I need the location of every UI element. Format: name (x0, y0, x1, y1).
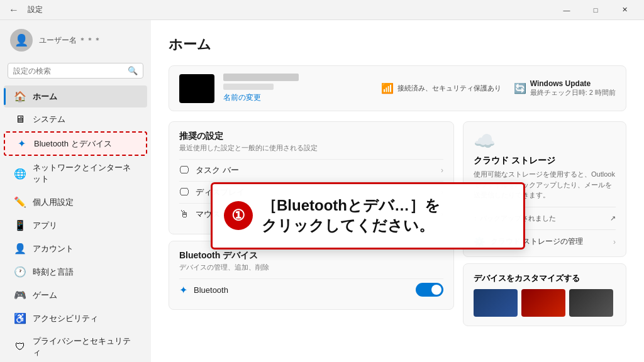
update-refresh-icon: 🔄 (514, 82, 526, 94)
update-label: Windows Update (530, 79, 616, 88)
sidebar-item-home-label: ホーム (33, 91, 57, 102)
titlebar-title: 設定 (28, 4, 43, 15)
sidebar-item-network-label: ネットワークとインターネット (33, 162, 137, 185)
taskbar-chevron: › (441, 166, 443, 175)
privacy-icon: 🛡 (14, 341, 26, 353)
profile-thumbnail (179, 74, 214, 103)
close-button[interactable]: ✕ (610, 0, 639, 20)
sidebar-item-accessibility-label: アクセシビリティ (33, 313, 98, 324)
sidebar-item-network[interactable]: 🌐 ネットワークとインターネット (4, 157, 147, 190)
time-icon: 🕐 (14, 266, 26, 278)
profile-info: 名前の変更 (223, 74, 299, 103)
page-title: ホーム (169, 35, 626, 54)
customize-thumbs (474, 289, 616, 317)
wifi-status-text: 接続済み、セキュリティ保護あり (397, 84, 501, 93)
sidebar-item-personalize[interactable]: ✏️ 個人用設定 (4, 191, 147, 213)
accessibility-icon: ♿ (14, 312, 26, 324)
sidebar-item-apps[interactable]: 📱 アプリ (4, 214, 147, 236)
titlebar: ← 設定 — □ ✕ (0, 0, 644, 20)
bluetooth-toggle-label: Bluetooth (194, 285, 228, 295)
sidebar-item-time[interactable]: 🕐 時刻と言語 (4, 261, 147, 283)
bluetooth-devices-card: Bluetooth デバイス デバイスの管理、追加、削除 ✦ Bluetooth (169, 241, 454, 310)
sidebar-item-personalize-label: 個人用設定 (33, 197, 74, 208)
maximize-button[interactable]: □ (581, 0, 610, 20)
toggle-knob (431, 285, 441, 295)
customize-thumb-1[interactable] (474, 289, 518, 317)
recommended-title: 推奨の設定 (179, 131, 443, 142)
customize-thumb-3[interactable] (569, 289, 613, 317)
sidebar: 👤 ユーザー名 ＊＊＊ 🔍 🏠 ホーム 🖥 システム ✦ Bluetooth と… (0, 20, 151, 362)
profile-right: 📶 接続済み、セキュリティ保護あり 🔄 Windows Update 最終チェッ… (381, 79, 616, 97)
cloud-icon: ☁️ (474, 131, 616, 151)
recommended-sub: 最近使用した設定と一般的に使用される設定 (179, 143, 443, 153)
annotation-text: ［Bluetoothとデバ…］をクリックしてください。 (262, 195, 440, 236)
gaming-icon: 🎮 (14, 289, 26, 301)
sidebar-item-privacy[interactable]: 🛡 プライバシーとセキュリティ (4, 331, 147, 362)
back-button[interactable]: ← (5, 4, 23, 16)
minimize-button[interactable]: — (552, 0, 581, 20)
sidebar-item-bluetooth[interactable]: ✦ Bluetooth とデバイス (4, 131, 147, 156)
sidebar-item-gaming-label: ゲーム (33, 290, 57, 301)
network-icon: 🌐 (14, 168, 26, 180)
bluetooth-icon: ✦ (15, 138, 28, 150)
cloud-manage-chevron: › (613, 238, 616, 246)
customize-title: デバイスをカスタマイズする (474, 273, 616, 284)
wifi-status: 📶 接続済み、セキュリティ保護あり (381, 82, 501, 94)
display-icon: 🖵 (179, 187, 189, 198)
system-icon: 🖥 (14, 114, 26, 125)
annotation-circle: ① (224, 201, 253, 230)
cloud-title: クラウド ストレージ (474, 155, 616, 167)
bluetooth-toggle-left: ✦ Bluetooth (179, 284, 228, 296)
sidebar-item-apps-label: アプリ (33, 220, 57, 231)
sidebar-item-accounts[interactable]: 👤 アカウント (4, 238, 147, 260)
avatar: 👤 (10, 29, 33, 52)
sidebar-item-bluetooth-label: Bluetooth とデバイス (34, 138, 112, 150)
user-name: ユーザー名 ＊＊＊ (39, 35, 127, 46)
apps-icon: 📱 (14, 219, 26, 231)
home-icon: 🏠 (14, 90, 26, 102)
titlebar-left: ← 設定 (5, 4, 43, 16)
profile-change-link[interactable]: 名前の変更 (223, 92, 299, 103)
update-info: Windows Update 最終チェック日時: 2 時間前 (530, 79, 616, 97)
profile-sub-blur (223, 84, 274, 90)
personalize-icon: ✏️ (14, 196, 26, 208)
taskbar-label: タスク バー (196, 165, 239, 176)
taskbar-row[interactable]: 🖵 タスク バー › (179, 159, 443, 181)
sidebar-item-system[interactable]: 🖥 システム (4, 109, 147, 130)
mouse-icon: 🖱 (179, 209, 189, 220)
customize-thumb-2[interactable] (521, 289, 565, 317)
bluetooth-device-icon: ✦ (179, 284, 187, 296)
bluetooth-devices-sub: デバイスの管理、追加、削除 (179, 263, 443, 272)
search-box[interactable]: 🔍 (8, 63, 143, 79)
annotation-overlay: ① ［Bluetoothとデバ…］をクリックしてください。 (211, 182, 525, 250)
sidebar-item-accounts-label: アカウント (33, 243, 74, 255)
bluetooth-toggle-row[interactable]: ✦ Bluetooth (179, 278, 443, 300)
sidebar-item-time-label: 時刻と言語 (33, 266, 74, 278)
profile-banner: 名前の変更 📶 接続済み、セキュリティ保護あり 🔄 Windows Update… (169, 65, 626, 111)
profile-name-blur (223, 74, 299, 81)
sidebar-item-home[interactable]: 🏠 ホーム (4, 85, 147, 107)
update-sub: 最終チェック日時: 2 時間前 (530, 88, 616, 97)
titlebar-controls: — □ ✕ (552, 0, 639, 20)
bluetooth-toggle[interactable] (416, 283, 443, 297)
taskbar-row-left: 🖵 タスク バー (179, 165, 239, 176)
external-link-icon: ↗ (610, 214, 616, 222)
sidebar-item-privacy-label: プライバシーとセキュリティ (33, 336, 137, 358)
customize-card: デバイスをカスタマイズする (463, 263, 626, 326)
search-input[interactable] (13, 67, 124, 75)
sidebar-item-accessibility[interactable]: ♿ アクセシビリティ (4, 307, 147, 329)
update-status: 🔄 Windows Update 最終チェック日時: 2 時間前 (514, 79, 616, 97)
bluetooth-devices-title: Bluetooth デバイス (179, 250, 443, 261)
taskbar-icon: 🖵 (179, 165, 189, 176)
sidebar-item-gaming[interactable]: 🎮 ゲーム (4, 284, 147, 306)
wifi-icon: 📶 (381, 82, 394, 94)
search-icon: 🔍 (128, 66, 138, 75)
user-section: 👤 ユーザー名 ＊＊＊ (0, 20, 151, 60)
sidebar-item-system-label: システム (33, 114, 65, 125)
accounts-icon: 👤 (14, 243, 26, 255)
